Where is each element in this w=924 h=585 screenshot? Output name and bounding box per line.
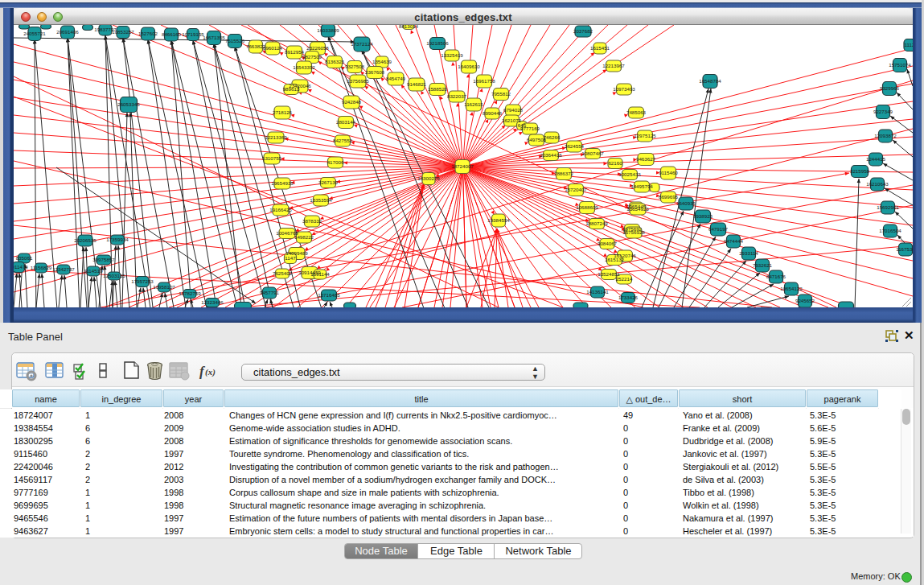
svg-text:16543392: 16543392 <box>293 64 315 70</box>
svg-text:16961758: 16961758 <box>473 78 495 84</box>
svg-text:1588520: 1588520 <box>428 86 448 92</box>
svg-text:23226058: 23226058 <box>306 45 329 51</box>
svg-text:13654923: 13654923 <box>626 206 649 212</box>
svg-text:20691406: 20691406 <box>56 29 79 35</box>
svg-text:3267130: 3267130 <box>318 179 339 185</box>
svg-text:7625402: 7625402 <box>273 270 293 276</box>
svg-text:1498222: 1498222 <box>294 234 314 240</box>
svg-text:7932621: 7932621 <box>753 262 773 268</box>
svg-text:9115460: 9115460 <box>659 170 678 175</box>
svg-text:2367608: 2367608 <box>365 69 385 75</box>
svg-text:18724007: 18724007 <box>451 163 474 169</box>
svg-text:10958107: 10958107 <box>153 284 175 290</box>
svg-text:9242848: 9242848 <box>342 99 362 105</box>
svg-text:14136141: 14136141 <box>586 289 609 295</box>
svg-text:1147: 1147 <box>285 255 296 261</box>
svg-text:13325419: 13325419 <box>441 52 463 58</box>
svg-text:14495794: 14495794 <box>630 183 653 189</box>
svg-text:989613: 989613 <box>283 86 300 92</box>
svg-text:12093872: 12093872 <box>874 133 897 138</box>
svg-text:13353594: 13353594 <box>310 197 332 203</box>
svg-text:16210643: 16210643 <box>866 181 889 187</box>
svg-text:8938923: 8938923 <box>693 213 713 219</box>
svg-text:16782759: 16782759 <box>179 290 201 296</box>
svg-text:17372124: 17372124 <box>351 41 373 47</box>
svg-text:30975857: 30975857 <box>92 257 115 262</box>
svg-text:16548784: 16548784 <box>699 78 721 84</box>
svg-text:7515526: 7515526 <box>225 38 245 43</box>
svg-text:1733426: 1733426 <box>618 295 639 300</box>
svg-text:1244415: 1244415 <box>866 156 886 162</box>
svg-text:16671355: 16671355 <box>203 35 225 40</box>
svg-text:15692901: 15692901 <box>877 204 899 210</box>
svg-text:8136323: 8136323 <box>325 59 345 64</box>
svg-text:2933114: 2933114 <box>739 250 758 256</box>
svg-text:16409610: 16409610 <box>458 64 480 69</box>
svg-text:8990448: 8990448 <box>483 110 503 116</box>
svg-text:8427552: 8427552 <box>333 138 353 143</box>
svg-text:7955812: 7955812 <box>491 91 511 97</box>
svg-text:7886372: 7886372 <box>554 171 574 176</box>
svg-text:252214: 252214 <box>616 276 633 282</box>
svg-text:1640935: 1640935 <box>676 200 696 206</box>
svg-text:17016504: 17016504 <box>879 228 901 233</box>
svg-text:1310755: 1310755 <box>262 155 282 161</box>
svg-text:1691144: 1691144 <box>310 271 330 277</box>
svg-text:13756985: 13756985 <box>347 78 369 84</box>
svg-text:2718126: 2718126 <box>273 109 293 115</box>
svg-text:6794028: 6794028 <box>503 107 524 113</box>
svg-text:8322037: 8322037 <box>447 93 467 99</box>
svg-text:3878332: 3878332 <box>302 218 322 224</box>
svg-text:8466160: 8466160 <box>162 31 182 37</box>
svg-text:18807249: 18807249 <box>585 220 608 226</box>
svg-text:6479197: 6479197 <box>708 226 729 232</box>
svg-text:9827509: 9827509 <box>302 54 322 60</box>
svg-text:16033809: 16033809 <box>317 27 339 33</box>
svg-text:9084067: 9084067 <box>598 241 618 246</box>
svg-text:8912954: 8912954 <box>285 49 305 55</box>
svg-text:1114519: 1114519 <box>84 268 103 274</box>
svg-text:9327508: 9327508 <box>345 64 365 69</box>
svg-text:10973493: 10973493 <box>613 86 635 92</box>
svg-text:2803144: 2803144 <box>336 119 356 125</box>
svg-text:17957253: 17957253 <box>131 278 154 284</box>
svg-text:20206535: 20206535 <box>74 237 97 243</box>
svg-text:15720407: 15720407 <box>565 187 587 192</box>
svg-text:8813014: 8813014 <box>399 25 419 29</box>
svg-text:26053346: 26053346 <box>117 101 140 107</box>
svg-text:12503135: 12503135 <box>103 273 125 278</box>
svg-text:19384554: 19384554 <box>487 217 510 223</box>
svg-text:12213369: 12213369 <box>265 134 287 140</box>
svg-text:9463627: 9463627 <box>636 156 656 162</box>
svg-text:9329966: 9329966 <box>880 85 900 91</box>
svg-text:7485063: 7485063 <box>626 109 647 115</box>
svg-text:12213967: 12213967 <box>602 63 625 68</box>
svg-text:9227349: 9227349 <box>873 109 893 114</box>
svg-text:(x): (x) <box>205 367 216 377</box>
svg-text:10688609: 10688609 <box>576 204 598 210</box>
svg-text:1112: 1112 <box>905 42 913 47</box>
svg-text:8960124: 8960124 <box>263 45 283 51</box>
svg-text:1167534: 1167534 <box>896 246 913 252</box>
svg-text:3624554: 3624554 <box>565 143 585 149</box>
svg-text:18300275: 18300275 <box>417 175 440 181</box>
svg-text:2037682: 2037682 <box>573 28 593 34</box>
svg-text:19218506: 19218506 <box>426 40 449 46</box>
svg-text:12323446: 12323446 <box>201 299 224 305</box>
svg-text:62160: 62160 <box>608 160 622 166</box>
svg-text:8699695: 8699695 <box>659 194 679 200</box>
svg-text:9245652: 9245652 <box>795 298 815 303</box>
svg-text:10853257: 10853257 <box>112 29 134 35</box>
svg-text:9457791: 9457791 <box>260 290 280 295</box>
svg-text:9146821: 9146821 <box>407 81 427 87</box>
svg-text:746266: 746266 <box>544 134 561 140</box>
svg-text:9474444: 9474444 <box>724 238 744 244</box>
svg-text:10025433: 10025433 <box>618 171 641 177</box>
svg-text:19166425: 19166425 <box>269 207 292 212</box>
svg-text:15756928: 15756928 <box>622 229 645 235</box>
svg-text:1527602: 1527602 <box>138 31 158 36</box>
svg-text:20364416: 20364416 <box>540 152 562 158</box>
svg-text:10654122: 10654122 <box>780 286 803 291</box>
svg-text:8471676: 8471676 <box>766 274 786 279</box>
svg-text:835061: 835061 <box>16 255 33 261</box>
